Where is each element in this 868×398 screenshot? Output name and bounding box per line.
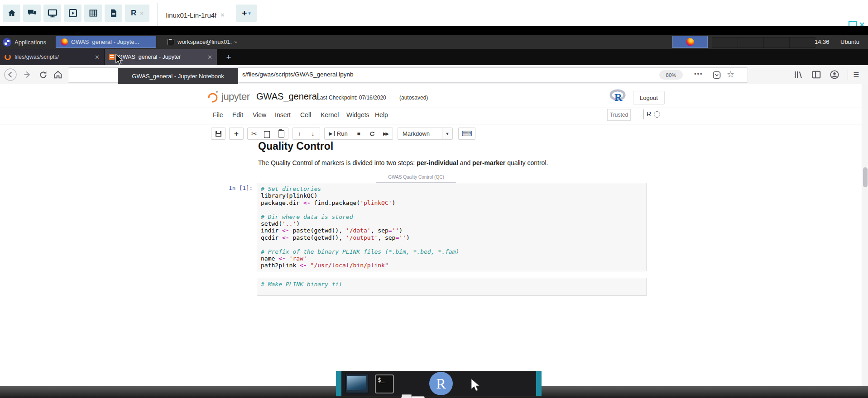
session-tab-bar: R × linux01-Lin-1ru4f × + ▾: [0, 0, 868, 27]
cut-cell-button[interactable]: ✂: [247, 128, 261, 140]
taskbar-window-terminal[interactable]: ▔ workspace@linux01: ~: [163, 36, 258, 48]
taskbar-firefox-launcher[interactable]: [672, 36, 708, 48]
restart-run-all-button[interactable]: ▶▶: [379, 128, 393, 140]
checkpoint-label: Last Checkpoint: 07/16/2020: [317, 95, 386, 101]
tab-title: files/gwas/scripts/: [14, 54, 59, 60]
add-cell-button[interactable]: +: [229, 128, 244, 140]
taskbar-window-label: GWAS_general - Jupyte...: [71, 38, 139, 45]
menu-cell[interactable]: Cell: [300, 111, 311, 118]
close-icon[interactable]: ✕: [95, 54, 100, 61]
taskbar-window-label: workspace@linux01: ~: [177, 38, 237, 45]
r-console-tab[interactable]: R ×: [125, 5, 149, 22]
cell-type-select[interactable]: Markdown ▼: [398, 128, 453, 140]
run-button[interactable]: ▶ Run: [324, 128, 352, 140]
menu-edit[interactable]: Edit: [232, 111, 243, 118]
pocket-icon[interactable]: [712, 71, 721, 80]
flowchart-caption: GWAS Quality Control (QC): [376, 175, 456, 180]
notebook-page: jupyter GWAS_general Last Checkpoint: 07…: [0, 84, 862, 386]
taskbar-window-jupyter[interactable]: GWAS_general - Jupyte...: [56, 36, 156, 48]
reload-icon[interactable]: [36, 68, 50, 81]
page-actions-icon[interactable]: •••: [694, 71, 703, 77]
r-application-icon[interactable]: R: [429, 372, 453, 395]
menu-file[interactable]: File: [213, 111, 223, 118]
applications-icon: [3, 38, 11, 47]
close-icon[interactable]: ×: [140, 10, 144, 17]
browser-tab-files[interactable]: files/gwas/scripts/ ✕: [0, 49, 104, 65]
document-icon[interactable]: [105, 5, 122, 22]
new-tab-button[interactable]: +: [223, 52, 235, 63]
video-icon[interactable]: [64, 5, 82, 22]
trusted-badge: Trusted: [607, 109, 631, 121]
forward-icon[interactable]: [21, 68, 34, 81]
copy-icon: [264, 131, 270, 138]
applications-label: Applications: [14, 39, 46, 46]
menu-help[interactable]: Help: [375, 111, 388, 118]
move-cell-up-button[interactable]: ↑: [293, 128, 307, 140]
paste-icon: [278, 130, 284, 137]
kernel-name: R: [647, 110, 651, 118]
move-cell-down-button[interactable]: ↓: [306, 128, 320, 140]
menu-widgets[interactable]: Widgets: [346, 111, 369, 118]
command-palette-button[interactable]: ⌨: [458, 128, 475, 140]
divider: [688, 70, 688, 81]
account-icon[interactable]: [828, 68, 841, 81]
dock-edge: [336, 371, 341, 396]
copy-cell-button[interactable]: [261, 128, 275, 140]
scrollbar-thumb[interactable]: [863, 167, 868, 187]
home-icon[interactable]: [51, 68, 65, 81]
save-icon: [216, 131, 221, 137]
desktop-icon[interactable]: [43, 5, 61, 22]
jupyter-wordmark: jupyter: [221, 91, 250, 103]
menu-view[interactable]: View: [253, 111, 266, 118]
plus-icon: +: [242, 8, 247, 18]
clock: 14:36: [815, 38, 830, 45]
close-icon[interactable]: ✕: [207, 54, 212, 61]
cell-type-value: Markdown: [403, 130, 430, 137]
applications-menu[interactable]: Applications: [3, 36, 46, 48]
display-icon[interactable]: [345, 374, 369, 393]
table-icon[interactable]: [84, 5, 102, 22]
session-tab-label: linux01-Lin-1ru4f: [166, 11, 217, 19]
interrupt-kernel-button[interactable]: ■: [352, 128, 366, 140]
logout-button[interactable]: Logout: [633, 91, 665, 104]
scrollbar[interactable]: [862, 84, 868, 386]
zoom-level-pill[interactable]: 80%: [659, 70, 683, 80]
desktop-screen: R × linux01-Lin-1ru4f × + ▾ ✕ Applicatio…: [0, 0, 868, 398]
back-icon[interactable]: [4, 68, 17, 81]
dock: $_ R: [336, 371, 542, 396]
code-cell-input-partial[interactable]: # Make PLINK binary fil: [257, 278, 647, 296]
restart-kernel-button[interactable]: [365, 128, 379, 140]
new-session-button[interactable]: + ▾: [236, 5, 257, 22]
sidebar-icon[interactable]: [810, 68, 823, 81]
paste-cell-button[interactable]: [274, 128, 288, 140]
divider: [643, 109, 643, 119]
menu-insert[interactable]: Insert: [275, 111, 291, 118]
terminal-icon[interactable]: $_: [375, 374, 394, 393]
home-folder-icon[interactable]: [401, 396, 425, 398]
chat-icon[interactable]: [23, 5, 41, 22]
section-heading: Quality Control: [258, 140, 333, 152]
code-lines: # Set directorieslibrary(plinkQC)package…: [261, 185, 643, 269]
divider: [848, 70, 848, 80]
menu-hamburger-icon[interactable]: ≡: [849, 68, 863, 81]
session-tab-linux01[interactable]: linux01-Lin-1ru4f ×: [157, 3, 233, 27]
chevron-down-icon: ▾: [248, 10, 251, 16]
notebook-title[interactable]: GWAS_general: [256, 91, 319, 102]
divider: [0, 144, 862, 144]
bookmark-star-icon[interactable]: ☆: [727, 69, 734, 80]
terminal-icon: ▔: [168, 39, 174, 45]
tab-tooltip: GWAS_general - Jupyter Notebook: [118, 68, 238, 84]
autosaved-label: (autosaved): [399, 95, 428, 101]
svg-text:R: R: [614, 91, 623, 103]
home-icon[interactable]: [3, 5, 20, 22]
url-text: s/files/gwas/scripts/GWAS_general.ipynb: [242, 71, 354, 78]
firefox-icon: [686, 38, 694, 46]
menu-kernel[interactable]: Kernel: [321, 111, 339, 118]
jupyter-favicon: [109, 54, 115, 60]
code-cell-input[interactable]: # Set directorieslibrary(plinkQC)package…: [257, 183, 647, 271]
desktop-band: [0, 26, 868, 34]
library-icon[interactable]: [791, 68, 805, 81]
close-icon[interactable]: ×: [221, 11, 224, 19]
save-button[interactable]: [211, 128, 225, 140]
divider: [0, 108, 862, 108]
